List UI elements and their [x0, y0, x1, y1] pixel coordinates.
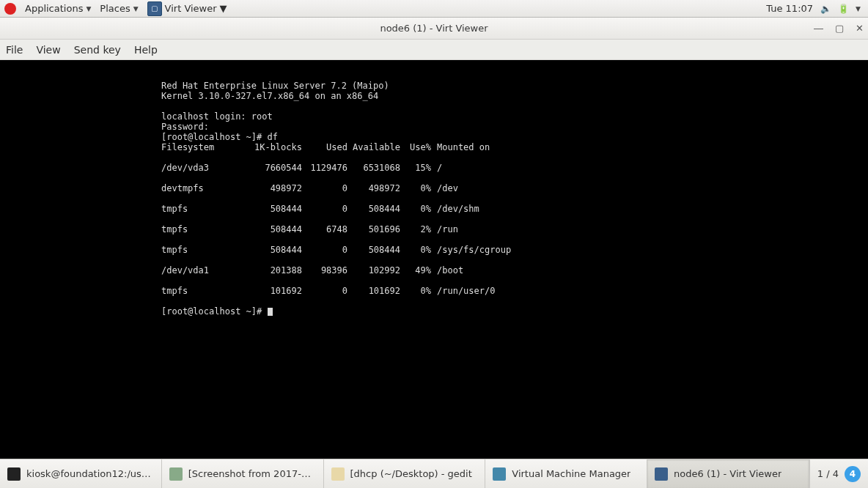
workspace-badge: 4 [845, 466, 861, 482]
df-row: tmpfs10169201016920%/run/user/0 [161, 286, 868, 296]
df-row: tmpfs50844405084440%/dev/shm [161, 204, 868, 214]
virt-viewer-window: node6 (1) - Virt Viewer — ▢ ✕ File View … [0, 18, 868, 459]
login-line: localhost login: root [161, 111, 273, 122]
df-row: /dev/vda376605441129476653106815%/ [161, 163, 868, 173]
virt-viewer-icon [655, 467, 668, 481]
df-row: tmpfs50844405084440%/sys/fs/cgroup [161, 245, 868, 255]
gnome-taskbar: kiosk@foundation12:/usr/sbin [Screenshot… [0, 459, 868, 488]
window-titlebar[interactable]: node6 (1) - Virt Viewer — ▢ ✕ [0, 18, 868, 40]
guest-console-text: Red Hat Enterprise Linux Server 7.2 (Mai… [0, 60, 868, 327]
taskbar-item-virt-viewer[interactable]: node6 (1) - Virt Viewer [647, 459, 809, 488]
system-tray: Tue 11:07 🔈 🔋 ▼ [766, 3, 864, 14]
taskbar-item-label: kiosk@foundation12:/usr/sbin [26, 468, 154, 479]
df-row: tmpfs50844467485016962%/run [161, 224, 868, 234]
applications-menu[interactable]: Applications ▼ [21, 0, 95, 17]
taskbar-item-label: [dhcp (~/Desktop) - gedit [350, 468, 472, 479]
redhat-activities-icon[interactable] [4, 3, 16, 15]
taskbar-item-virt-manager[interactable]: Virtual Machine Manager [485, 459, 647, 488]
menu-view[interactable]: View [36, 44, 60, 56]
chevron-down-icon: ▼ [220, 3, 227, 14]
magnifier-icon [169, 467, 183, 481]
menu-help[interactable]: Help [134, 44, 158, 56]
gnome-top-panel: Applications ▼ Places ▼ ▢ Virt Viewer ▼ … [0, 0, 868, 18]
prompt-line: [root@localhost ~]# [161, 306, 268, 317]
places-menu[interactable]: Places ▼ [95, 0, 142, 17]
applications-label: Applications [25, 3, 83, 14]
chevron-down-icon[interactable]: ▼ [856, 5, 861, 12]
guest-console-area[interactable]: Red Hat Enterprise Linux Server 7.2 (Mai… [0, 60, 868, 459]
banner-line: Red Hat Enterprise Linux Server 7.2 (Mai… [161, 81, 389, 91]
text-editor-icon [331, 467, 345, 481]
banner-line: Kernel 3.10.0-327.el7.x86_64 on an x86_6… [161, 91, 378, 101]
taskbar-item-terminal[interactable]: kiosk@foundation12:/usr/sbin [0, 459, 162, 488]
chevron-down-icon: ▼ [86, 5, 91, 12]
maximize-button[interactable]: ▢ [835, 23, 844, 34]
chevron-down-icon: ▼ [133, 5, 139, 12]
virt-viewer-launcher-label: Virt Viewer [165, 3, 217, 14]
virt-viewer-icon: ▢ [147, 1, 162, 16]
text-cursor [268, 308, 273, 316]
window-controls: — ▢ ✕ [814, 18, 864, 39]
taskbar-item-label: node6 (1) - Virt Viewer [674, 468, 781, 479]
workspace-switcher[interactable]: 1 / 4 4 [809, 459, 868, 488]
prompt-line: [root@localhost ~]# df [161, 132, 278, 142]
minimize-button[interactable]: — [814, 23, 823, 34]
terminal-icon [7, 467, 21, 481]
taskbar-item-image-viewer[interactable]: [Screenshot from 2017-10-29 ... [162, 459, 324, 488]
menu-sendkey[interactable]: Send key [74, 44, 121, 56]
df-header-row: Filesystem1K-blocksUsedAvailableUse%Moun… [161, 142, 868, 152]
battery-icon[interactable]: 🔋 [838, 4, 848, 14]
workspace-indicator: 1 / 4 [817, 468, 839, 479]
volume-icon[interactable]: 🔈 [820, 4, 831, 14]
password-line: Password: [161, 122, 209, 132]
taskbar-item-label: [Screenshot from 2017-10-29 ... [188, 468, 316, 479]
window-title: node6 (1) - Virt Viewer [380, 23, 488, 34]
df-row: devtmpfs49897204989720%/dev [161, 183, 868, 193]
taskbar-item-label: Virtual Machine Manager [512, 468, 630, 479]
virt-viewer-menubar: File View Send key Help [0, 40, 868, 60]
clock-label[interactable]: Tue 11:07 [766, 3, 813, 14]
menu-file[interactable]: File [6, 44, 23, 56]
close-button[interactable]: ✕ [856, 23, 864, 34]
places-label: Places [100, 3, 130, 14]
df-row: /dev/vda12013889839610299249%/boot [161, 265, 868, 276]
virt-manager-icon [493, 467, 506, 481]
taskbar-item-gedit[interactable]: [dhcp (~/Desktop) - gedit [324, 459, 486, 488]
virt-viewer-app-menu[interactable]: ▢ Virt Viewer ▼ [143, 1, 232, 16]
